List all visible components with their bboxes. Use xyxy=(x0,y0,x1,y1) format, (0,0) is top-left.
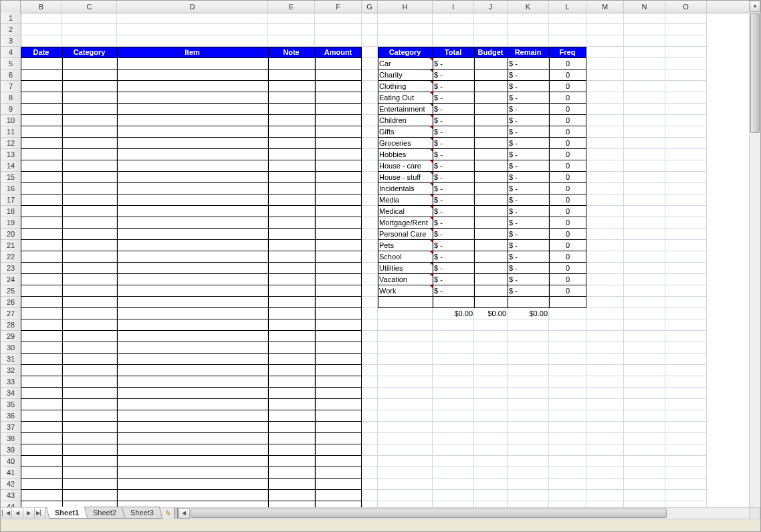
sheet-tab-sheet1[interactable]: Sheet1 xyxy=(46,507,88,519)
row-header-29[interactable]: 29 xyxy=(1,331,21,342)
column-header-L[interactable]: L xyxy=(549,1,586,13)
column-header-M[interactable]: M xyxy=(586,1,624,13)
row-header-41[interactable]: 41 xyxy=(1,467,21,479)
tab-next-button[interactable]: ▶ xyxy=(23,508,35,519)
row-header-5[interactable]: 5 xyxy=(1,58,21,70)
row-header-2[interactable]: 2 xyxy=(1,24,21,35)
tab-last-button[interactable]: ▶▏ xyxy=(35,508,46,519)
scroll-left-button[interactable]: ◀ xyxy=(179,508,190,519)
row-header-36[interactable]: 36 xyxy=(1,410,21,422)
row-header-40[interactable]: 40 xyxy=(1,456,21,467)
status-bar xyxy=(1,519,760,531)
column-header-F[interactable]: F xyxy=(315,1,362,13)
row-header-34[interactable]: 34 xyxy=(1,388,21,399)
row-header-14[interactable]: 14 xyxy=(1,160,21,172)
row-header-16[interactable]: 16 xyxy=(1,183,21,194)
column-header-O[interactable]: O xyxy=(665,1,707,13)
row-header-1[interactable]: 1 xyxy=(1,13,21,24)
row-header-18[interactable]: 18 xyxy=(1,206,21,217)
row-header-38[interactable]: 38 xyxy=(1,433,21,444)
row-header-4[interactable]: 4 xyxy=(1,47,21,58)
row-header-10[interactable]: 10 xyxy=(1,115,21,126)
column-header-row: BCDEFGHIJKLMNO xyxy=(1,1,749,13)
tab-nav-buttons: ▏◀ ◀ ▶ ▶▏ xyxy=(1,508,46,519)
row-header-20[interactable]: 20 xyxy=(1,229,21,240)
column-header-J[interactable]: J xyxy=(474,1,508,13)
row-header-7[interactable]: 7 xyxy=(1,81,21,92)
sheet-tab-sheet3[interactable]: Sheet3 xyxy=(122,507,163,519)
scroll-up-button[interactable]: ▲ xyxy=(750,1,760,12)
scroll-corner xyxy=(749,507,760,519)
row-header-25[interactable]: 25 xyxy=(1,285,21,297)
row-header-column: 1234567891011121314151617181920212223242… xyxy=(1,13,21,507)
vertical-scroll-thumb[interactable] xyxy=(750,13,760,133)
row-header-9[interactable]: 9 xyxy=(1,104,21,115)
row-header-8[interactable]: 8 xyxy=(1,92,21,104)
row-header-32[interactable]: 32 xyxy=(1,365,21,376)
insert-sheet-icon[interactable]: ✎ xyxy=(163,508,174,519)
row-header-19[interactable]: 19 xyxy=(1,217,21,229)
column-header-H[interactable]: H xyxy=(378,1,433,13)
column-header-E[interactable]: E xyxy=(268,1,315,13)
cell-grid[interactable]: DateCategoryItemNoteAmountCategoryTotalB… xyxy=(21,13,749,507)
horizontal-scrollbar[interactable]: ◀ ▶ xyxy=(178,508,760,519)
bottom-bar: ▏◀ ◀ ▶ ▶▏ Sheet1Sheet2Sheet3 ✎ ◀ ▶ xyxy=(1,507,760,531)
column-header-B[interactable]: B xyxy=(21,1,62,13)
row-header-15[interactable]: 15 xyxy=(1,172,21,183)
row-header-12[interactable]: 12 xyxy=(1,138,21,149)
row-header-3[interactable]: 3 xyxy=(1,35,21,47)
column-header-N[interactable]: N xyxy=(624,1,665,13)
sheet-tab-sheet2[interactable]: Sheet2 xyxy=(84,507,126,519)
column-header-K[interactable]: K xyxy=(508,1,549,13)
row-header-33[interactable]: 33 xyxy=(1,376,21,388)
tab-first-button[interactable]: ▏◀ xyxy=(1,508,12,519)
row-header-43[interactable]: 43 xyxy=(1,490,21,501)
row-header-39[interactable]: 39 xyxy=(1,444,21,456)
row-header-11[interactable]: 11 xyxy=(1,126,21,138)
row-header-27[interactable]: 27 xyxy=(1,308,21,319)
column-header-I[interactable]: I xyxy=(433,1,474,13)
row-header-31[interactable]: 31 xyxy=(1,354,21,365)
row-header-13[interactable]: 13 xyxy=(1,149,21,160)
vertical-scrollbar[interactable]: ▲ ▼ xyxy=(749,1,760,519)
column-header-G[interactable]: G xyxy=(362,1,378,13)
row-header-6[interactable]: 6 xyxy=(1,70,21,81)
cell-J27[interactable]: $0.00 xyxy=(474,308,508,319)
row-header-21[interactable]: 21 xyxy=(1,240,21,251)
row-header-30[interactable]: 30 xyxy=(1,342,21,354)
row-header-26[interactable]: 26 xyxy=(1,297,21,308)
row-header-24[interactable]: 24 xyxy=(1,274,21,285)
row-header-23[interactable]: 23 xyxy=(1,263,21,274)
row-header-42[interactable]: 42 xyxy=(1,479,21,490)
cell-I27[interactable]: $0.00 xyxy=(433,308,474,319)
sheet-tabs: Sheet1Sheet2Sheet3 xyxy=(46,508,160,519)
row-header-44[interactable]: 44 xyxy=(1,501,21,507)
tab-prev-button[interactable]: ◀ xyxy=(12,508,23,519)
row-header-22[interactable]: 22 xyxy=(1,251,21,263)
row-header-17[interactable]: 17 xyxy=(1,194,21,206)
left-table-border xyxy=(21,47,362,507)
horizontal-scroll-thumb[interactable] xyxy=(191,509,667,518)
row-header-37[interactable]: 37 xyxy=(1,422,21,433)
right-table-border xyxy=(378,47,586,308)
row-header-28[interactable]: 28 xyxy=(1,319,21,331)
column-header-D[interactable]: D xyxy=(117,1,268,13)
select-all-corner[interactable] xyxy=(1,1,21,13)
spreadsheet-app: BCDEFGHIJKLMNO 1234567891011121314151617… xyxy=(0,0,761,532)
cell-K27[interactable]: $0.00 xyxy=(508,308,549,319)
row-header-35[interactable]: 35 xyxy=(1,399,21,410)
column-header-C[interactable]: C xyxy=(62,1,117,13)
